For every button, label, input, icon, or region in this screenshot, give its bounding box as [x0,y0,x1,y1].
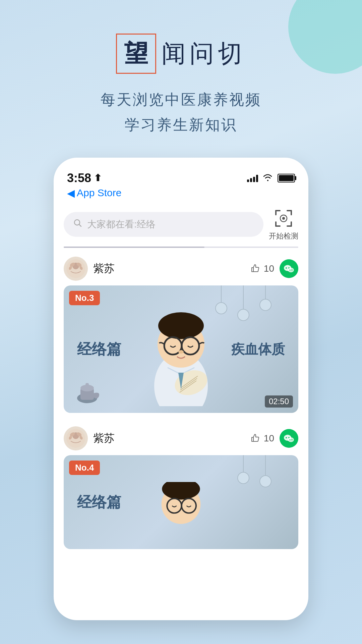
subtitle: 每天浏览中医康养视频 学习养生新知识 [0,87,362,138]
scan-icon [273,208,294,229]
avatar [64,257,88,281]
actions-row: 10 [250,259,298,278]
search-section: 大家都在看:经络 开始检测 [54,204,308,247]
scan-label: 开始检测 [269,231,298,241]
progress-bar [64,247,298,248]
phone-mockup: 3:58 ⬆ ◀ App Store [54,158,308,620]
svg-point-45 [290,439,291,440]
video-badge-2: No.4 [69,461,100,475]
svg-point-10 [282,217,285,220]
scan-button[interactable]: 开始检测 [269,208,298,241]
svg-point-22 [292,269,293,270]
search-placeholder: 大家都在看:经络 [87,218,156,231]
doctor-character-2 [147,482,215,549]
search-bar[interactable]: 大家都在看:经络 [64,212,263,237]
video-thumbnail-2[interactable]: No.4 经络篇 [64,455,298,549]
status-bar: 3:58 ⬆ [54,168,308,185]
wechat-share-button[interactable] [280,429,298,448]
video-left-text-2: 经络篇 [77,492,121,512]
svg-point-44 [288,437,294,442]
battery-icon [278,174,295,182]
hanging-decorations [215,285,272,321]
progress-fill [64,247,204,248]
svg-rect-2 [275,210,277,215]
video-duration: 02:50 [265,395,293,408]
status-icons [247,173,295,183]
wechat-share-button[interactable] [280,259,298,278]
svg-point-20 [288,268,294,272]
location-icon: ⬆ [94,172,102,183]
title-text: 闻问切 [162,38,246,70]
svg-point-25 [158,312,204,339]
svg-rect-4 [291,210,292,215]
hanging-decorations-2 [237,455,272,487]
username: 紫苏 [93,431,115,446]
video-item: 紫苏 10 [54,421,308,552]
back-arrow-icon: ◀ [67,187,75,199]
wifi-icon [263,173,273,183]
app-store-back-button[interactable]: ◀ App Store [54,185,308,204]
video-item: 紫苏 10 [54,251,308,416]
actions-row: 10 [250,429,298,448]
svg-point-18 [286,267,287,269]
like-button[interactable]: 10 [250,263,274,274]
svg-point-46 [292,439,293,440]
avatar [64,426,88,450]
search-icon [73,218,82,230]
doctor-character [141,292,221,406]
svg-rect-8 [291,221,292,227]
video-right-text: 疾血体质 [231,340,285,358]
like-button[interactable]: 10 [250,433,274,444]
svg-rect-34 [85,383,89,388]
user-info: 紫苏 [64,257,115,281]
teapot-decoration [74,375,101,406]
user-row: 紫苏 10 [64,426,298,450]
signal-icon [247,174,258,182]
video-left-text: 经络篇 [77,339,121,359]
video-badge: No.3 [69,291,100,305]
wang-character: 望 [116,34,156,74]
phone-time: 3:58 ⬆ [67,171,102,185]
svg-point-29 [178,350,184,354]
username: 紫苏 [93,261,115,276]
user-row: 紫苏 10 [64,257,298,281]
svg-rect-6 [275,221,277,227]
user-info: 紫苏 [64,426,115,450]
video-thumbnail[interactable]: No.3 [64,285,298,413]
svg-point-21 [290,269,291,270]
video-list: 紫苏 10 [54,251,308,620]
svg-point-42 [286,437,287,438]
phone-notch [147,158,215,170]
